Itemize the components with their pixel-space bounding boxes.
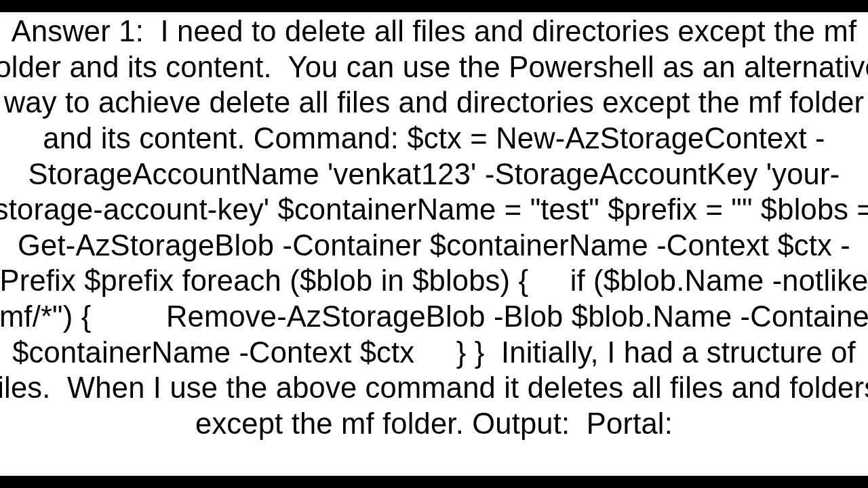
content-area: Answer 1: I need to delete all files and… — [0, 12, 868, 476]
answer-text: Answer 1: I need to delete all files and… — [0, 12, 868, 442]
